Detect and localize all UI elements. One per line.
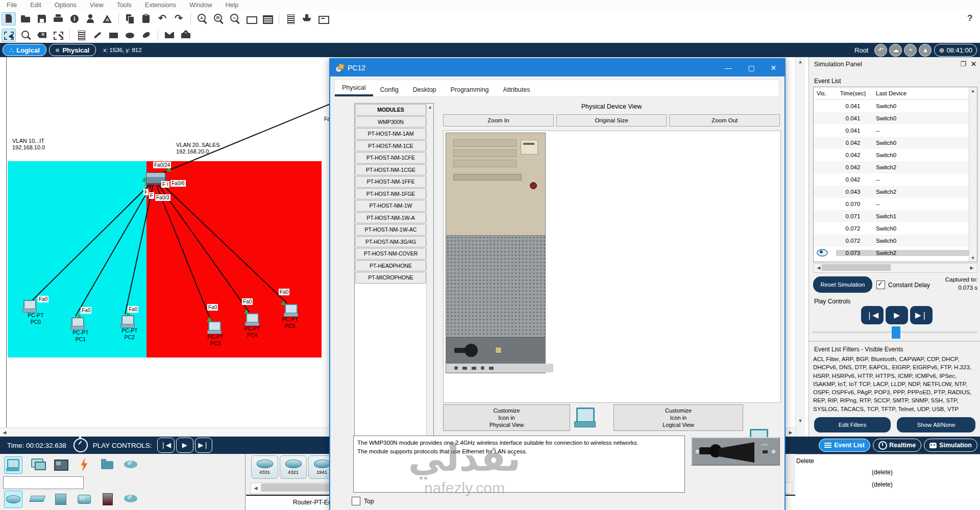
draw-rectangle-icon[interactable] (107, 29, 120, 41)
undo-icon[interactable] (156, 13, 169, 25)
canvas-vertical-scrollbar[interactable]: ▲ ▼ (795, 57, 805, 437)
save-icon[interactable] (35, 13, 48, 25)
zoom-in-icon[interactable] (195, 13, 209, 25)
tab-programming[interactable]: Programming (444, 83, 496, 96)
scroll-down-icon[interactable]: ▼ (796, 418, 805, 423)
module-item[interactable]: PT-MICROPHONE (355, 272, 426, 284)
menu-window[interactable]: Window (183, 2, 218, 9)
zoom-out-icon[interactable] (228, 13, 241, 25)
copy-icon[interactable] (124, 13, 137, 25)
step-forward-button[interactable]: ▶❘ (195, 438, 212, 453)
minimize-icon[interactable]: — (718, 61, 739, 75)
tab-desktop[interactable]: Desktop (406, 83, 444, 96)
original-size-button[interactable]: Original Size (556, 114, 667, 126)
simulation-button[interactable]: Simulation (924, 439, 977, 452)
menu-edit[interactable]: Edit (23, 2, 48, 9)
tab-config[interactable]: Config (373, 83, 406, 96)
clock-button[interactable]: ⊕08:41:00 (934, 44, 977, 57)
wan-category-icon[interactable] (122, 491, 140, 507)
router-category-icon[interactable] (4, 491, 22, 508)
components-category-icon[interactable] (52, 456, 69, 473)
module-item[interactable]: PT-HOST-NM-1FFE (355, 176, 426, 188)
tab-attributes[interactable]: Attributes (496, 83, 537, 96)
add-complex-pdu-icon[interactable] (179, 29, 192, 41)
event-row[interactable]: 0.042Switch0 (814, 149, 977, 161)
activity-wizard-icon[interactable] (84, 13, 97, 25)
pdu-delete-link[interactable]: (delete) (872, 481, 893, 488)
module-item[interactable]: PT-HOST-NM-1W (355, 200, 426, 212)
event-row[interactable]: 0.041Switch0 (814, 100, 977, 112)
end-device-category-icon[interactable] (4, 456, 22, 474)
play-button[interactable]: ▶ (176, 438, 193, 453)
cluster-icon[interactable] (300, 13, 313, 25)
drawing-palette-icon[interactable] (101, 13, 114, 25)
environment-icon[interactable]: ▲ (919, 44, 932, 57)
event-list-button[interactable]: Event List (819, 439, 870, 452)
step-back-button[interactable]: ❘◀ (861, 306, 884, 324)
paste-icon[interactable] (140, 13, 153, 25)
play-button[interactable]: ▶ (886, 306, 908, 324)
device-model[interactable]: 4321 (280, 455, 307, 479)
open-folder-icon[interactable] (19, 13, 32, 25)
speed-slider-handle[interactable] (892, 326, 900, 339)
module-item[interactable]: PT-HOST-NM-COVER (355, 248, 426, 260)
module-item[interactable]: PT-HOST-NM-1CGE (355, 164, 426, 176)
close-icon[interactable]: ✕ (763, 61, 783, 75)
menu-tools[interactable]: Tools (110, 2, 138, 9)
reset-simulation-button[interactable]: Reset Simulation (813, 276, 872, 293)
scroll-right-icon[interactable]: ▶ (786, 430, 795, 435)
tab-physical[interactable]: Physical (335, 81, 373, 96)
delete-icon[interactable] (35, 29, 48, 41)
edit-filters-button[interactable]: Edit Filters (814, 417, 891, 432)
wmp300n-module-image[interactable]: LINK (691, 437, 780, 466)
misc-category-icon[interactable] (122, 456, 140, 473)
back-icon[interactable]: ↶ (874, 44, 887, 57)
menu-options[interactable]: Options (48, 2, 83, 9)
event-row[interactable]: 0.041Switch0 (814, 112, 977, 124)
event-row[interactable]: 0.072Switch0 (814, 235, 977, 247)
resize-shape-icon[interactable] (52, 29, 65, 41)
scroll-up-icon[interactable]: ▲ (969, 88, 976, 93)
new-file-icon[interactable] (2, 12, 16, 26)
scroll-down-icon[interactable]: ▼ (969, 256, 976, 261)
power-button[interactable] (530, 182, 537, 189)
draw-line-icon[interactable] (91, 29, 104, 41)
event-row[interactable]: 0.043Switch2 (814, 186, 977, 198)
multi-device-category-icon[interactable] (29, 456, 46, 473)
scroll-left-icon[interactable]: ◀ (251, 486, 260, 491)
event-row[interactable]: 0.042Switch0 (814, 137, 977, 149)
custom-devices-icon[interactable] (261, 13, 274, 25)
redo-icon[interactable] (173, 13, 186, 25)
tab-logical[interactable]: ∴Logical (3, 44, 46, 56)
event-list-hscrollbar[interactable]: ◀ ▶ (813, 263, 977, 273)
print-icon[interactable] (52, 13, 65, 25)
zoom-in-button[interactable]: Zoom In (443, 114, 554, 126)
module-item[interactable]: PT-HOST-NM-1CFE (355, 152, 426, 164)
connections-category-icon[interactable] (99, 456, 116, 473)
pc1-device[interactable]: PC-PTPC1 (64, 317, 97, 343)
inspect-icon[interactable] (19, 29, 32, 41)
close-panel-icon[interactable]: ✕ (971, 60, 976, 68)
security-category-icon[interactable] (99, 491, 116, 507)
module-item[interactable]: PT-HOST-NM-1CE (355, 140, 426, 152)
module-item[interactable]: PT-HOST-NM-1W-AC (355, 224, 426, 236)
network-description-icon[interactable] (284, 13, 297, 25)
module-item[interactable]: PT-HOST-NM-1FGE (355, 188, 426, 200)
top-checkbox[interactable] (352, 497, 360, 505)
add-simple-pdu-icon[interactable] (163, 29, 176, 41)
menu-view[interactable]: View (83, 2, 110, 9)
pc5-device[interactable]: PC-PTPC5 (274, 304, 306, 329)
scroll-right-icon[interactable]: ▶ (967, 265, 976, 270)
realtime-button[interactable]: Realtime (873, 439, 921, 452)
event-list-vscrollbar[interactable]: ▲ ▼ (969, 87, 977, 262)
cloud-add-icon[interactable]: ☁ (889, 44, 902, 57)
pdu-delete-link[interactable]: (delete) (872, 469, 893, 476)
pc3-device[interactable]: PC-PTPC3 (199, 321, 232, 347)
wireless-module-slot[interactable] (446, 337, 545, 364)
pc0-device[interactable]: PC-PTPC0 (19, 300, 52, 325)
device-model[interactable]: 4331 (251, 455, 278, 479)
step-back-button[interactable]: ❘◀ (157, 438, 175, 453)
draw-ellipse-icon[interactable] (124, 29, 137, 41)
drawing-rect-icon[interactable] (244, 13, 258, 25)
event-row-selected[interactable]: 0.073Switch2 (814, 247, 977, 259)
